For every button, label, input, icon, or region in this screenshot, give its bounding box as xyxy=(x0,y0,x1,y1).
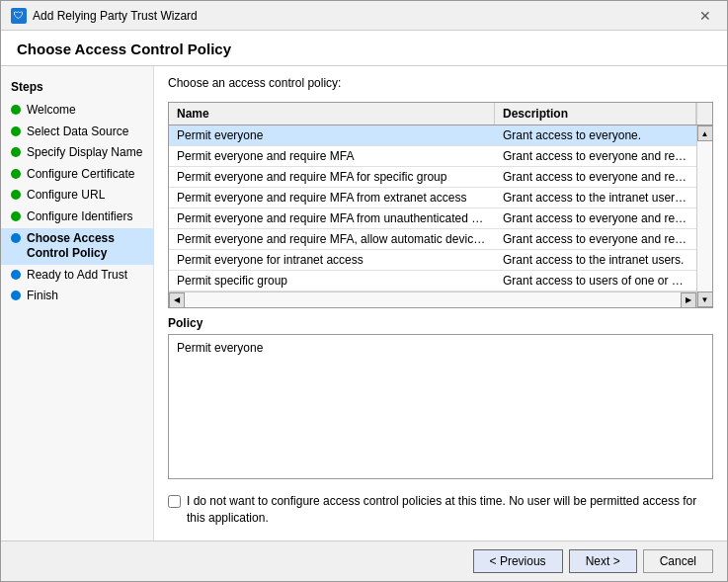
scroll-left-button[interactable]: ◀ xyxy=(169,292,185,308)
step-dot-url xyxy=(11,190,21,200)
step-dot-policy xyxy=(11,233,21,243)
policy-table-container: Name Description Permit everyoneGrant ac… xyxy=(168,102,713,308)
cell-name: Permit everyone xyxy=(169,125,495,145)
main-content: Steps Welcome Select Data Source Specify… xyxy=(1,66,727,540)
page-title-area: Choose Access Control Policy xyxy=(1,31,727,66)
sidebar-item-configure-id[interactable]: Configure Identifiers xyxy=(1,207,153,228)
table-row[interactable]: Permit everyone and require MFAGrant acc… xyxy=(169,146,696,167)
cell-desc: Grant access to everyone. xyxy=(495,125,696,145)
policy-box: Permit everyone xyxy=(168,334,713,479)
cell-name: Permit everyone and require MFA, allow a… xyxy=(169,229,495,249)
table-row[interactable]: Permit everyone and require MFA from una… xyxy=(169,208,696,229)
sidebar-label-select: Select Data Source xyxy=(27,125,128,140)
sidebar-item-configure-cert[interactable]: Configure Certificate xyxy=(1,164,153,186)
horizontal-scrollbar[interactable]: ◀ ▶ xyxy=(169,291,696,307)
step-dot-welcome xyxy=(11,105,21,115)
scroll-down-button[interactable]: ▼ xyxy=(697,291,713,307)
col-header-name: Name xyxy=(169,103,495,125)
sidebar-label-id: Configure Identifiers xyxy=(27,209,132,225)
policy-label: Policy xyxy=(168,316,713,330)
wizard-icon: 🛡 xyxy=(11,8,27,24)
table-row[interactable]: Permit everyone and require MFA from ext… xyxy=(169,188,696,208)
vert-track xyxy=(697,141,712,291)
title-bar: 🛡 Add Relying Party Trust Wizard ✕ xyxy=(1,1,727,31)
step-dot-finish xyxy=(11,291,21,300)
wizard-window: 🛡 Add Relying Party Trust Wizard ✕ Choos… xyxy=(0,0,728,582)
policy-value: Permit everyone xyxy=(177,341,263,355)
cell-desc: Grant access to the intranet users ar xyxy=(495,188,696,208)
title-text: Add Relying Party Trust Wizard xyxy=(33,9,198,23)
cell-name: Permit specific group xyxy=(169,271,495,291)
sidebar: Steps Welcome Select Data Source Specify… xyxy=(1,66,154,540)
scroll-right-button[interactable]: ▶ xyxy=(681,292,696,308)
header-scroll-spacer xyxy=(696,103,712,125)
policy-section: Policy Permit everyone xyxy=(168,316,713,479)
no-policy-checkbox-row: I do not want to configure access contro… xyxy=(168,487,713,531)
sidebar-label-specify: Specify Display Name xyxy=(27,145,142,161)
table-body[interactable]: Permit everyoneGrant access to everyone.… xyxy=(169,125,696,291)
content-area: Choose an access control policy: Name De… xyxy=(154,66,727,540)
col-header-desc: Description xyxy=(495,103,696,125)
sidebar-item-configure-url[interactable]: Configure URL xyxy=(1,185,153,207)
table-rows-container: Permit everyoneGrant access to everyone.… xyxy=(169,125,696,307)
cell-name: Permit everyone and require MFA from una… xyxy=(169,208,495,228)
sidebar-item-specify-display[interactable]: Specify Display Name xyxy=(1,142,153,164)
table-scroll-area: Permit everyoneGrant access to everyone.… xyxy=(169,125,712,307)
sidebar-title: Steps xyxy=(1,76,153,100)
sidebar-label-policy: Choose Access Control Policy xyxy=(27,231,143,262)
sidebar-item-finish[interactable]: Finish xyxy=(1,286,153,307)
sidebar-label-ready: Ready to Add Trust xyxy=(27,268,127,284)
sidebar-label-welcome: Welcome xyxy=(27,103,76,119)
next-button[interactable]: Next > xyxy=(569,549,637,573)
sidebar-item-choose-policy[interactable]: Choose Access Control Policy xyxy=(1,228,153,265)
table-row[interactable]: Permit everyone and require MFA, allow a… xyxy=(169,229,696,250)
no-policy-checkbox[interactable] xyxy=(168,495,181,508)
choose-label: Choose an access control policy: xyxy=(168,76,713,90)
footer: < Previous Next > Cancel xyxy=(1,540,727,581)
table-row[interactable]: Permit everyoneGrant access to everyone. xyxy=(169,125,696,146)
sidebar-label-cert: Configure Certificate xyxy=(27,167,134,183)
previous-button[interactable]: < Previous xyxy=(473,549,563,573)
cell-desc: Grant access to the intranet users. xyxy=(495,250,696,270)
table-row[interactable]: Permit everyone for intranet accessGrant… xyxy=(169,250,696,271)
step-dot-ready xyxy=(11,270,21,280)
table-row[interactable]: Permit specific groupGrant access to use… xyxy=(169,271,696,291)
vertical-scrollbar[interactable]: ▲ ▼ xyxy=(696,125,712,307)
step-dot-select xyxy=(11,126,21,136)
page-title: Choose Access Control Policy xyxy=(17,41,711,57)
table-header: Name Description xyxy=(169,103,712,125)
step-dot-specify xyxy=(11,147,21,157)
sidebar-item-select-data-source[interactable]: Select Data Source xyxy=(1,122,153,143)
no-policy-label[interactable]: I do not want to configure access contro… xyxy=(187,493,713,527)
cell-name: Permit everyone and require MFA from ext… xyxy=(169,188,495,208)
close-button[interactable]: ✕ xyxy=(693,6,717,26)
sidebar-label-finish: Finish xyxy=(27,289,58,304)
cell-desc: Grant access to users of one or more xyxy=(495,271,696,291)
table-row[interactable]: Permit everyone and require MFA for spec… xyxy=(169,167,696,188)
sidebar-label-url: Configure URL xyxy=(27,188,105,204)
step-dot-id xyxy=(11,211,21,221)
sidebar-item-welcome[interactable]: Welcome xyxy=(1,100,153,122)
sidebar-item-ready[interactable]: Ready to Add Trust xyxy=(1,265,153,287)
cell-desc: Grant access to everyone and requir xyxy=(495,146,696,166)
title-bar-left: 🛡 Add Relying Party Trust Wizard xyxy=(11,8,198,24)
cell-desc: Grant access to everyone and requir xyxy=(495,167,696,187)
horiz-track xyxy=(185,292,681,307)
cell-desc: Grant access to everyone and requir xyxy=(495,229,696,249)
cancel-button[interactable]: Cancel xyxy=(643,549,713,573)
step-dot-cert xyxy=(11,169,21,179)
cell-name: Permit everyone for intranet access xyxy=(169,250,495,270)
cell-desc: Grant access to everyone and requir xyxy=(495,208,696,228)
cell-name: Permit everyone and require MFA for spec… xyxy=(169,167,495,187)
scroll-up-button[interactable]: ▲ xyxy=(697,125,713,141)
cell-name: Permit everyone and require MFA xyxy=(169,146,495,166)
